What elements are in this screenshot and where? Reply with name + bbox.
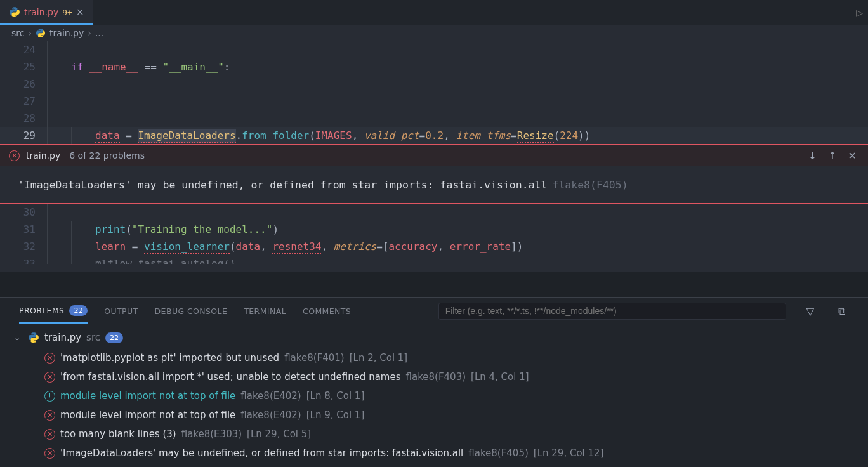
chevron-down-icon: ⌄: [14, 333, 23, 342]
problem-message: 'from fastai.vision.all import *' used; …: [60, 371, 401, 383]
warning-icon: !: [44, 391, 55, 402]
line-number: 25: [0, 58, 47, 76]
problems-tree: ⌄ train.py src 22 ✕'matplotlib.pyplot as…: [0, 324, 868, 467]
code-line[interactable]: 30: [0, 204, 868, 221]
problem-rule: flake8(F401): [284, 352, 345, 364]
editor-region-bottom[interactable]: 3031print("Training the model...")32lear…: [0, 204, 868, 272]
line-number: 32: [0, 238, 47, 255]
problem-item[interactable]: ✕'matplotlib.pyplot as plt' imported but…: [0, 348, 868, 367]
line-number: 24: [0, 41, 47, 58]
problem-message: module level import not at top of file: [60, 409, 235, 421]
problem-rule: flake8(E402): [240, 390, 301, 402]
python-icon: [28, 332, 39, 343]
banner-file: train.py: [26, 150, 60, 161]
problem-rule: flake8(E402): [240, 409, 301, 421]
problem-item[interactable]: ✕'ImageDataLoaders' may be undefined, or…: [0, 444, 868, 463]
problems-file-name: train.py: [44, 332, 81, 343]
banner-count: 6 of 22 problems: [69, 150, 145, 161]
problem-location: [Ln 9, Col 1]: [306, 409, 365, 421]
problem-banner: ✕ train.py 6 of 22 problems ↓ ↑ ✕ 'Image…: [0, 144, 868, 204]
problem-rule: flake8(F403): [406, 371, 466, 383]
code-line[interactable]: 31print("Training the model..."): [0, 221, 868, 238]
problem-item[interactable]: !module level import not at top of filef…: [0, 386, 868, 405]
problem-item[interactable]: ✕'from fastai.vision.all import *' used;…: [0, 367, 868, 386]
problem-item[interactable]: ✕too many blank lines (3)flake8(E303)[Ln…: [0, 424, 868, 444]
python-icon: [9, 6, 20, 18]
breadcrumb[interactable]: src › train.py › ...: [0, 25, 868, 41]
file-badge: 22: [105, 332, 123, 343]
panel-tab-debugconsole[interactable]: DEBUG CONSOLE: [155, 300, 228, 322]
problem-message: too many blank lines (3): [60, 428, 176, 440]
code-line[interactable]: 26: [0, 76, 868, 93]
problem-message: module level import not at top of file: [60, 390, 235, 402]
code-content: learn = vision_learner(data, resnet34, m…: [95, 238, 523, 255]
chevron-right-icon: ›: [28, 28, 32, 38]
code-line[interactable]: 32learn = vision_learner(data, resnet34,…: [0, 238, 868, 255]
error-icon: ✕: [44, 448, 55, 459]
problems-panel: PROBLEMS 22 OUTPUT DEBUG CONSOLE TERMINA…: [0, 297, 868, 467]
panel-tab-output[interactable]: OUTPUT: [104, 300, 138, 322]
code-content: mlflow fastai autolog(): [95, 255, 236, 264]
error-icon: ✕: [44, 429, 55, 440]
prev-problem-icon[interactable]: ↑: [825, 150, 839, 162]
next-problem-icon[interactable]: ↓: [806, 150, 819, 162]
banner-message: 'ImageDataLoaders' may be undefined, or …: [18, 179, 547, 191]
code-content: print("Training the model..."): [95, 221, 279, 238]
problem-location: [Ln 29, Col 5]: [247, 428, 311, 440]
problem-rule: flake8(E303): [181, 428, 242, 440]
crumb-ellipsis[interactable]: ...: [95, 28, 103, 38]
line-number: 33: [0, 255, 47, 264]
panel-tab-terminal[interactable]: TERMINAL: [244, 300, 286, 322]
overflow-icon[interactable]: ▷: [856, 8, 863, 18]
banner-rule: flake8(F405): [552, 179, 628, 191]
tab-trainpy[interactable]: train.py 9+ ×: [0, 0, 93, 25]
code-content: if __name__ == "__main__":: [71, 58, 230, 76]
line-number: 27: [0, 93, 47, 110]
problem-location: [Ln 4, Col 1]: [471, 371, 529, 383]
error-icon: ✕: [44, 353, 55, 364]
chevron-right-icon: ›: [88, 28, 91, 38]
line-number: 26: [0, 76, 47, 93]
code-content: data = ImageDataLoaders.from_folder(IMAG…: [95, 127, 590, 144]
problem-location: [Ln 2, Col 1]: [350, 352, 408, 364]
crumb-file[interactable]: train.py: [49, 28, 84, 38]
editor-region-top[interactable]: 2425if __name__ == "__main__":26272829da…: [0, 41, 868, 144]
line-number: 28: [0, 110, 47, 127]
problems-file-folder: src: [86, 332, 100, 343]
tab-dirty-count: 9+: [62, 8, 72, 17]
code-line[interactable]: 24: [0, 41, 868, 58]
code-line[interactable]: 27: [0, 93, 868, 110]
code-line[interactable]: 33mlflow fastai autolog(): [0, 255, 868, 264]
error-icon: ✕: [44, 410, 55, 421]
code-line[interactable]: 29data = ImageDataLoaders.from_folder(IM…: [0, 127, 868, 144]
problems-badge: 22: [69, 305, 88, 316]
tab-filename: train.py: [24, 7, 58, 17]
close-banner-icon[interactable]: ✕: [846, 150, 859, 162]
panel-tab-label: PROBLEMS: [19, 306, 64, 315]
problem-item[interactable]: ✕module level import not at top of filef…: [0, 405, 868, 424]
problem-location: [Ln 8, Col 1]: [306, 390, 365, 402]
problems-file-row[interactable]: ⌄ train.py src 22: [0, 327, 868, 348]
filter-input[interactable]: [438, 303, 786, 320]
panel-tabs: PROBLEMS 22 OUTPUT DEBUG CONSOLE TERMINA…: [0, 298, 868, 324]
code-line[interactable]: 28: [0, 110, 868, 127]
collapse-icon[interactable]: ⧉: [834, 305, 849, 317]
panel-tab-comments[interactable]: COMMENTS: [303, 300, 351, 322]
error-icon: ✕: [44, 372, 55, 383]
panel-tab-problems[interactable]: PROBLEMS 22: [19, 299, 88, 324]
filter-icon[interactable]: ▽: [803, 305, 818, 317]
line-number: 30: [0, 204, 47, 221]
problem-message: 'ImageDataLoaders' may be undefined, or …: [60, 447, 463, 459]
python-icon: [36, 28, 46, 38]
code-line[interactable]: 25if __name__ == "__main__":: [0, 58, 868, 76]
problem-location: [Ln 29, Col 12]: [534, 447, 604, 459]
tab-bar: train.py 9+ × ▷: [0, 0, 868, 25]
problem-message: 'matplotlib.pyplot as plt' imported but …: [60, 352, 279, 364]
line-number: 31: [0, 221, 47, 238]
error-icon: ✕: [9, 150, 20, 161]
line-number: 29: [0, 127, 47, 144]
crumb-root[interactable]: src: [11, 28, 24, 38]
tab-close-icon[interactable]: ×: [76, 6, 84, 18]
problem-rule: flake8(F405): [468, 447, 529, 459]
